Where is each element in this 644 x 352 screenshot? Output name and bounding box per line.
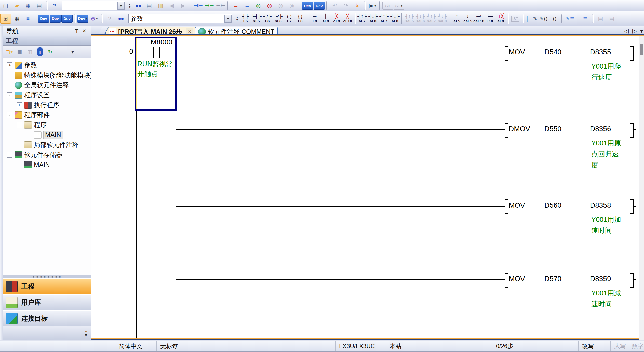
tree-item[interactable]: 特殊模块(智能功能模块) <box>3 70 91 80</box>
tree-expander-icon[interactable]: - <box>7 92 12 98</box>
toolbar-icon[interactable] <box>299 1 300 10</box>
help-icon[interactable]: ? <box>49 1 60 11</box>
statement-list-icon[interactable]: ✎≣ <box>565 14 575 24</box>
ladder-symbol-button[interactable]: ↑aF5 <box>451 12 462 25</box>
device-memory-icon[interactable]: Dev <box>50 15 61 23</box>
tree-expander-icon[interactable]: + <box>7 62 12 68</box>
tree-item[interactable]: - 程序部件 <box>3 110 91 120</box>
copy-data-icon[interactable]: ▣ <box>15 47 24 56</box>
toolbar-icon[interactable] <box>561 14 563 23</box>
ladder-symbol-button[interactable] <box>307 13 308 24</box>
combo-arrow-icon[interactable]: ▼ <box>117 2 125 10</box>
toolbar-icon[interactable] <box>190 1 191 10</box>
toolbar-icon[interactable] <box>364 1 366 10</box>
tree-expander-icon[interactable]: - <box>17 122 22 128</box>
list-icon[interactable]: ≡ <box>23 14 33 24</box>
tree-item[interactable]: MAIN <box>3 130 91 140</box>
paste-data-icon[interactable]: ▥ <box>25 47 35 56</box>
transfer-read-icon[interactable]: ← <box>242 1 252 11</box>
device-batch-monitor-icon[interactable]: Dev <box>314 2 325 10</box>
combo-arrow-icon[interactable]: ▼ <box>224 15 232 23</box>
tree-item[interactable]: - 程序设置 <box>3 90 91 100</box>
vertical-scrollbar[interactable] <box>639 36 644 340</box>
ladder-symbol-button[interactable] <box>401 13 403 24</box>
device-comment-icon[interactable]: Dev <box>38 15 49 23</box>
ladder-symbol-button[interactable] <box>354 13 356 24</box>
tree-expander-icon[interactable]: - <box>7 112 12 118</box>
ladder-symbol-button[interactable]: IST <box>510 12 521 25</box>
undo-icon[interactable]: ↶ <box>329 1 340 11</box>
nav-view-button[interactable]: 用户库 <box>3 294 91 310</box>
ladder-symbol-button[interactable]: ┘↓├aF8 <box>390 12 400 25</box>
pin-icon[interactable]: ⊤ <box>73 27 81 34</box>
device-monitor-icon[interactable]: Dev <box>302 2 313 10</box>
ladder-symbol-button[interactable]: └┤├sF5 <box>251 12 262 25</box>
zoom-gray2-icon[interactable]: ◎ <box>287 1 297 11</box>
panel-splitter[interactable]: ■ ■ ■ ■ ■ ■ ■ ■ <box>3 275 91 278</box>
toolbar-icon[interactable] <box>101 14 103 23</box>
program-find-icon[interactable]: ▤ <box>606 14 617 24</box>
ladder-symbol-button[interactable] <box>507 13 509 24</box>
ladder-symbol-button[interactable]: ↓caF5 <box>462 12 473 25</box>
tree-item[interactable]: 全局软元件注释 <box>3 80 91 90</box>
cross-reference-icon[interactable]: ⊕ <box>89 14 100 24</box>
nav-view-button[interactable]: 连接目标 <box>3 310 91 326</box>
toolbar-icon[interactable] <box>227 1 229 10</box>
ladder-symbol-button[interactable]: ─/caF10 <box>473 12 484 25</box>
tree-expander-icon[interactable]: + <box>17 102 22 108</box>
jump-icon[interactable]: ↳ <box>352 1 363 11</box>
toolbar-overflow-icon[interactable]: ▾▾ <box>234 14 240 23</box>
ladder-symbol-button[interactable]: T╳aF9 <box>495 12 506 25</box>
tab-scroll-left-icon[interactable]: ◁ <box>624 28 629 34</box>
st-edit-icon[interactable]: ST <box>382 2 393 10</box>
copy-list-icon[interactable]: ▤ <box>144 1 155 11</box>
zoom-gray1-icon[interactable]: ◎ <box>275 1 286 11</box>
toolbar-icon[interactable] <box>74 14 76 23</box>
ladder-symbol-button[interactable]: ┘↑├aF7 <box>379 12 390 25</box>
ladder-symbol-button[interactable]: ┘↑├saF7 <box>426 12 437 25</box>
tree-item[interactable]: + 执行程序 <box>3 100 91 110</box>
property-icon[interactable]: i <box>37 47 43 56</box>
zoom-in-icon[interactable]: ◎ <box>253 1 264 11</box>
close-icon[interactable]: ✕ <box>81 27 88 34</box>
back-icon[interactable]: ◀ <box>166 1 177 11</box>
scrollbar-thumb[interactable] <box>640 44 643 55</box>
toolbar-icon[interactable] <box>35 14 36 23</box>
note-list-icon[interactable]: ≣ <box>580 14 591 24</box>
zoom-out-icon[interactable]: ◎ <box>264 1 275 11</box>
toolbar-icon[interactable] <box>592 14 594 23</box>
edit-device-comment-icon[interactable]: ┤├✎ <box>525 14 538 24</box>
print-icon[interactable]: ▤ <box>34 1 45 11</box>
ladder-symbol-button[interactable]: ┤↑├saF5 <box>404 12 415 25</box>
device-display-icon[interactable]: Dev <box>77 15 88 23</box>
help-gray-icon[interactable]: ? <box>104 14 115 24</box>
nav-view-button[interactable]: 工程 <box>3 278 91 294</box>
device-find-icon[interactable]: ●● <box>133 1 143 11</box>
quick-search-combo[interactable]: ▼ <box>62 1 125 10</box>
device-label-combo[interactable]: 参数▼ <box>128 14 232 23</box>
ladder-symbol-button[interactable]: ┤├F5 <box>240 12 251 25</box>
ladder-symbol-button[interactable]: ┤↑├sF7 <box>357 12 368 25</box>
read-from-plc-icon[interactable]: ⊣⊢ <box>215 1 226 11</box>
module-icon[interactable]: ▦ <box>11 14 22 24</box>
ladder-symbol-button[interactable] <box>449 13 450 24</box>
ladder-symbol-button[interactable]: │sF9 <box>320 12 331 25</box>
save-project-icon[interactable]: ▦ <box>23 1 33 11</box>
tree-expander-icon[interactable]: - <box>7 152 12 158</box>
tree-item[interactable]: + 参数 <box>3 60 91 70</box>
ladder-symbol-button[interactable]: ╳cF10 <box>342 12 353 25</box>
sort-menu-icon[interactable]: ▾ <box>68 47 77 56</box>
ladder-symbol-button[interactable]: ╳cF9 <box>331 12 342 25</box>
ladder-symbol-button[interactable]: ─F9 <box>309 12 320 25</box>
st-monitor-icon[interactable]: ST <box>394 2 404 10</box>
ladder-symbol-button[interactable]: ┤/├F6 <box>262 12 273 25</box>
toolbar-overflow-icon[interactable]: ▾▾ <box>127 1 132 10</box>
ladder-editor[interactable]: 0 M8000 RUN监视常 开触点 MOV D540 D8355 Y001用爬… <box>91 36 644 340</box>
ladder-symbol-button[interactable]: ┤↓├saF6 <box>415 12 426 25</box>
find-replace-icon[interactable]: ●● <box>115 14 126 24</box>
tab-menu-icon[interactable]: ▾ <box>640 28 643 34</box>
nav-toolbar-icon[interactable] <box>57 47 66 56</box>
ladder-symbol-button[interactable]: ┤↓├sF8 <box>368 12 379 25</box>
monitor-mode-icon[interactable]: ▣ <box>367 1 378 11</box>
refresh-icon[interactable]: ↻ <box>45 47 55 56</box>
